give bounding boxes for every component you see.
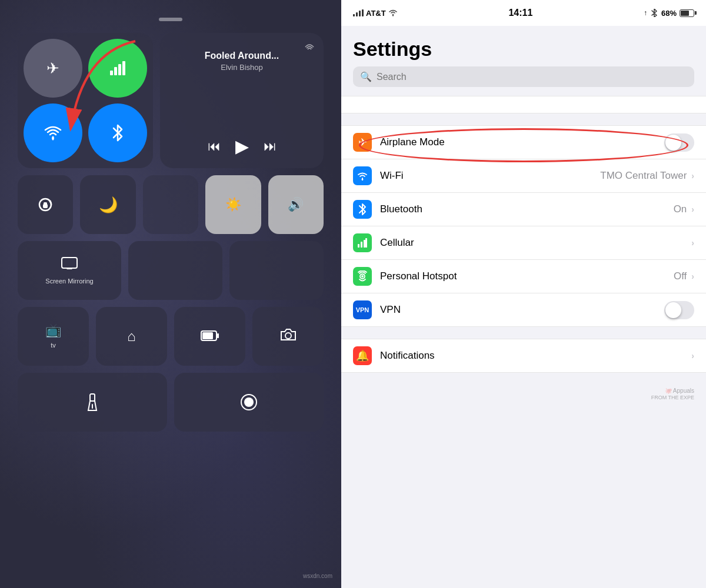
hotspot-chevron-icon: ›	[691, 272, 694, 281]
hotspot-icon-bg	[353, 267, 372, 286]
cc-chevron-handle	[159, 18, 182, 21]
airplane-mode-row[interactable]: ✈ Airplane Mode	[341, 126, 706, 159]
hotspot-row[interactable]: Personal Hotspot Off ›	[341, 260, 706, 293]
cellular-settings-icon	[357, 238, 368, 248]
cellular-button[interactable]	[88, 39, 147, 98]
home-button[interactable]: ⌂	[96, 307, 167, 366]
do-not-disturb-button[interactable]: 🌙	[80, 175, 135, 234]
svg-rect-24	[365, 238, 367, 248]
settings-panel: AT&T 14:11 ↑ 68% Settings 🔍	[341, 0, 706, 588]
apple-tv-button[interactable]: 📺 tv	[18, 307, 89, 366]
hotspot-label: Personal Hotspot	[380, 270, 674, 282]
brightness-slider[interactable]: ☀️	[205, 175, 261, 234]
svg-rect-2	[114, 67, 117, 75]
wifi-icon-bg	[353, 166, 372, 185]
appuals-logo-text: 🐙 AppualsFROM THE EXPE	[651, 387, 694, 400]
empty-tile	[143, 175, 198, 234]
status-carrier: AT&T	[353, 9, 398, 18]
svg-point-14	[285, 333, 291, 339]
cellular-icon	[109, 60, 126, 76]
settings-title: Settings	[341, 26, 706, 66]
media-player-block: Fooled Around... Elvin Bishop ⏮ ▶ ⏭	[160, 33, 324, 168]
carrier-name: AT&T	[366, 9, 386, 18]
media-song-artist: Elvin Bishop	[205, 63, 279, 72]
vpn-label: VPN	[380, 304, 664, 316]
cellular-label: Cellular	[380, 237, 691, 249]
signal-bar-2	[356, 12, 358, 16]
svg-rect-9	[43, 204, 48, 208]
status-time: 14:11	[508, 8, 532, 18]
svg-rect-22	[361, 242, 362, 248]
bluetooth-row[interactable]: Bluetooth On ›	[341, 193, 706, 226]
svg-rect-15	[90, 394, 95, 401]
airplane-mode-button[interactable]: ✈	[24, 39, 82, 98]
battery-icon-cc	[201, 328, 219, 346]
svg-rect-1	[110, 71, 113, 75]
hotspot-settings-icon	[357, 270, 368, 282]
control-center-panel: ✈	[0, 0, 341, 588]
vpn-icon: VPN	[356, 306, 369, 313]
flashlight-button[interactable]	[18, 373, 167, 432]
svg-rect-12	[217, 333, 219, 338]
signal-bar-4	[362, 9, 364, 16]
status-bar: AT&T 14:11 ↑ 68%	[341, 0, 706, 26]
notifications-group: 🔔 Notifications ›	[341, 339, 706, 373]
volume-icon: 🔊	[288, 197, 304, 212]
moon-icon: 🌙	[99, 196, 118, 214]
bluetooth-label: Bluetooth	[380, 203, 674, 215]
cc-bottom-row	[18, 373, 324, 432]
apple-tv-icon: 📺	[45, 323, 61, 338]
svg-point-5	[52, 137, 54, 139]
camera-button[interactable]	[252, 307, 324, 366]
svg-rect-21	[358, 244, 359, 248]
flashlight-icon	[86, 393, 99, 412]
wifi-value: TMO Central Tower	[600, 170, 687, 182]
media-play-button[interactable]: ▶	[235, 136, 249, 156]
cellular-icon-bg	[353, 233, 372, 252]
notifications-row[interactable]: 🔔 Notifications ›	[341, 339, 706, 372]
signal-bar-3	[359, 11, 361, 16]
network-settings-group: ✈ Airplane Mode Wi-Fi TMO Central Tower	[341, 125, 706, 327]
bluetooth-icon-bg	[353, 200, 372, 219]
wifi-label: Wi-Fi	[380, 170, 600, 182]
cc-screen-row: Screen Mirroring	[18, 241, 324, 300]
notifications-label: Notifications	[380, 350, 691, 362]
wifi-status-icon	[388, 9, 398, 16]
vpn-row[interactable]: VPN VPN	[341, 293, 706, 326]
screen-mirroring-button[interactable]: Screen Mirroring	[18, 241, 121, 300]
airplane-icon: ✈	[46, 59, 59, 78]
cellular-row[interactable]: Cellular ›	[341, 226, 706, 260]
notifications-icon: 🔔	[356, 349, 369, 362]
wifi-button[interactable]	[24, 103, 82, 162]
media-next-button[interactable]: ⏭	[264, 139, 277, 154]
bluetooth-chevron-icon: ›	[691, 205, 694, 214]
media-song-info: Fooled Around... Elvin Bishop	[205, 51, 279, 72]
media-song-title: Fooled Around...	[205, 51, 279, 61]
search-bar[interactable]: 🔍	[353, 66, 694, 87]
rotation-lock-button[interactable]	[18, 175, 73, 234]
screen-mirroring-icon	[61, 256, 78, 274]
airplane-mode-icon-bg: ✈	[353, 133, 372, 152]
battery-button[interactable]	[174, 307, 245, 366]
connectivity-block: ✈	[18, 33, 153, 168]
brightness-icon: ☀️	[225, 197, 241, 212]
status-right: ↑ 68%	[644, 9, 694, 18]
airplane-mode-label: Airplane Mode	[380, 136, 664, 148]
search-input[interactable]	[377, 72, 687, 82]
screen-mirroring-label: Screen Mirroring	[45, 278, 93, 285]
battery-percent: 68%	[661, 9, 677, 18]
svg-rect-10	[62, 258, 77, 268]
bluetooth-value: On	[674, 203, 687, 215]
airplane-mode-toggle[interactable]	[664, 133, 694, 152]
wifi-chevron-icon: ›	[691, 171, 694, 181]
notifications-icon-bg: 🔔	[353, 346, 372, 365]
vpn-toggle[interactable]	[664, 301, 694, 319]
media-prev-button[interactable]: ⏮	[208, 139, 221, 154]
cc-top-row: ✈	[18, 33, 324, 168]
volume-slider[interactable]: 🔊	[268, 175, 324, 234]
screen-record-button[interactable]	[174, 373, 324, 432]
bluetooth-button[interactable]	[88, 103, 147, 162]
cellular-chevron-icon: ›	[691, 238, 694, 248]
wifi-row[interactable]: Wi-Fi TMO Central Tower ›	[341, 159, 706, 193]
appuals-watermark: 🐙 AppualsFROM THE EXPE	[341, 385, 706, 403]
